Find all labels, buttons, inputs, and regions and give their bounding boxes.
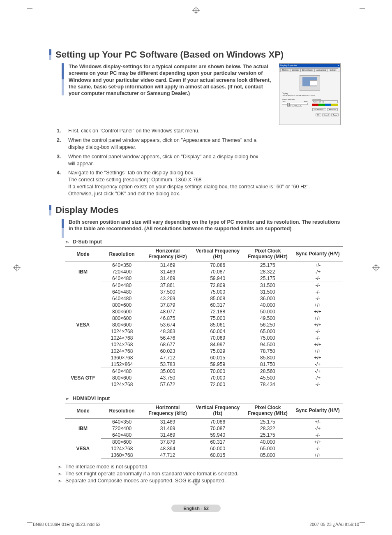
step-number: 1. bbox=[57, 127, 64, 134]
table-cell: 640×480 bbox=[101, 282, 143, 289]
th-vfreq: Vertical Frequency (Hz) bbox=[193, 403, 243, 419]
section-bar-icon bbox=[49, 49, 51, 60]
troubleshoot-button: Troubleshoot... bbox=[312, 108, 327, 111]
mode-cell: VESA GTF bbox=[65, 368, 101, 388]
table-cell: 43.269 bbox=[143, 295, 193, 302]
table-cell: 28.322 bbox=[243, 425, 293, 432]
table-cell: 78.434 bbox=[243, 381, 293, 388]
mode-cell: VESA bbox=[65, 282, 101, 368]
table-cell: 48.077 bbox=[143, 308, 193, 315]
arrow-icon: ➣ bbox=[65, 239, 69, 245]
table-cell: 40.000 bbox=[243, 302, 293, 308]
mode-cell: VESA bbox=[65, 438, 101, 459]
table-cell: +/+ bbox=[293, 341, 343, 348]
table-cell: -/+ bbox=[293, 425, 343, 432]
step-number: 4. bbox=[57, 169, 64, 197]
table-cell: 46.875 bbox=[143, 315, 193, 322]
table-cell: 1024×768 bbox=[101, 341, 143, 348]
table-cell: 31.469 bbox=[143, 262, 193, 269]
step-number: 3. bbox=[57, 153, 64, 167]
table-cell: -/- bbox=[293, 335, 343, 341]
table-cell: 50.000 bbox=[243, 308, 293, 315]
th-sync: Sync Polarity (H/V) bbox=[293, 403, 343, 419]
table-cell: 56.250 bbox=[243, 322, 293, 328]
table-cell: 84.997 bbox=[193, 341, 243, 348]
table-cell: +/+ bbox=[293, 315, 343, 322]
table-cell: 53.674 bbox=[143, 322, 193, 328]
table-cell: 800×600 bbox=[101, 315, 143, 322]
table-cell: -/- bbox=[293, 289, 343, 295]
note-text: The interlace mode is not supported. bbox=[65, 464, 149, 470]
res-value: 1024 by 768 pixels bbox=[282, 105, 308, 107]
table-cell: 37.879 bbox=[143, 302, 193, 308]
table-cell: 1024×768 bbox=[101, 348, 143, 354]
table-cell: 31.469 bbox=[143, 275, 193, 282]
table-cell: 1152×864 bbox=[101, 361, 143, 368]
note-line: ➣The set might operate abnormally if a n… bbox=[58, 471, 343, 477]
table-cell: -/- bbox=[293, 432, 343, 439]
table-cell: 59.940 bbox=[193, 275, 243, 282]
display-modes-intro-text: Both screen position and size will vary … bbox=[69, 219, 343, 232]
hdmi-table: Mode Resolution Horizontal Frequency (kH… bbox=[65, 403, 343, 459]
intro-text: The Windows display-settings for a typic… bbox=[69, 63, 274, 97]
table-cell: 28.560 bbox=[243, 368, 293, 375]
table-cell: 60.000 bbox=[193, 445, 243, 452]
table-cell: +/- bbox=[293, 418, 343, 425]
table-cell: 640×480 bbox=[101, 275, 143, 282]
table-cell: 31.500 bbox=[243, 289, 293, 295]
table-cell: +/- bbox=[293, 262, 343, 269]
table-cell: 720×400 bbox=[101, 425, 143, 432]
table-cell: 60.023 bbox=[143, 348, 193, 354]
table-cell: +/+ bbox=[293, 452, 343, 459]
th-pclk: Pixel Clock Frequency (MHz) bbox=[243, 403, 293, 419]
step-text: When the control panel window appears, c… bbox=[68, 137, 265, 151]
table-cell: 1024×768 bbox=[101, 328, 143, 335]
apply-button: Apply bbox=[331, 113, 339, 116]
table-cell: 1360×768 bbox=[101, 354, 143, 361]
dsub-table: Mode Resolution Horizontal Frequency (kH… bbox=[65, 246, 343, 388]
display-modes-intro: Both screen position and size will vary … bbox=[49, 219, 343, 238]
table-cell: 59.940 bbox=[193, 432, 243, 439]
table-cell: 35.000 bbox=[143, 368, 193, 375]
table-cell: 70.069 bbox=[193, 335, 243, 341]
table-cell: 640×480 bbox=[101, 368, 143, 375]
table-cell: 720×400 bbox=[101, 269, 143, 275]
table-cell: 59.959 bbox=[193, 361, 243, 368]
arrow-icon: ➣ bbox=[58, 471, 62, 477]
table-cell: 65.000 bbox=[243, 328, 293, 335]
table-cell: 800×600 bbox=[101, 302, 143, 308]
table-cell: 28.322 bbox=[243, 269, 293, 275]
setup-steps: 1.First, click on "Control Panel" on the… bbox=[57, 127, 343, 197]
th-resolution: Resolution bbox=[101, 247, 143, 262]
color-bar-icon bbox=[312, 104, 338, 106]
table-cell: 75.000 bbox=[193, 315, 243, 322]
th-resolution: Resolution bbox=[101, 403, 143, 419]
table-cell: 70.000 bbox=[193, 375, 243, 381]
table-cell: 75.000 bbox=[193, 289, 243, 295]
table-cell: +/+ bbox=[293, 322, 343, 328]
display-value: Default Monitor on NVIDIA GeForce FX 520… bbox=[282, 95, 338, 97]
table-cell: 48.364 bbox=[143, 445, 193, 452]
table-cell: 60.015 bbox=[193, 354, 243, 361]
dialog-tab: Screen Saver bbox=[300, 68, 315, 72]
table-cell: 47.712 bbox=[143, 354, 193, 361]
table-cell: 94.500 bbox=[243, 341, 293, 348]
table-cell: -/- bbox=[293, 295, 343, 302]
table-cell: 70.086 bbox=[193, 262, 243, 269]
th-hfreq: Horizontal Frequency (kHz) bbox=[143, 403, 193, 419]
table-cell: 1024×768 bbox=[101, 445, 143, 452]
intro-bar-icon bbox=[62, 219, 64, 238]
resolution-slider bbox=[282, 103, 308, 105]
table-cell: 36.000 bbox=[243, 295, 293, 302]
table-cell: +/+ bbox=[293, 308, 343, 315]
step-text: First, click on "Control Panel" on the W… bbox=[68, 127, 199, 134]
table-cell: 85.008 bbox=[193, 295, 243, 302]
step-item: 3.When the control panel window appears,… bbox=[57, 153, 343, 167]
hdmi-input-label: HDMI/DVI Input bbox=[73, 396, 110, 401]
color-quality-value: Highest (32 bit) bbox=[312, 100, 338, 103]
dialog-tabs: Themes Desktop Screen Saver Appearance S… bbox=[279, 67, 340, 72]
table-cell: 60.004 bbox=[193, 328, 243, 335]
table-cell: -/- bbox=[293, 381, 343, 388]
arrow-icon: ➣ bbox=[65, 396, 69, 402]
footer-left: BN68-01186H-01Eng-0523.indd 52 bbox=[33, 522, 101, 527]
